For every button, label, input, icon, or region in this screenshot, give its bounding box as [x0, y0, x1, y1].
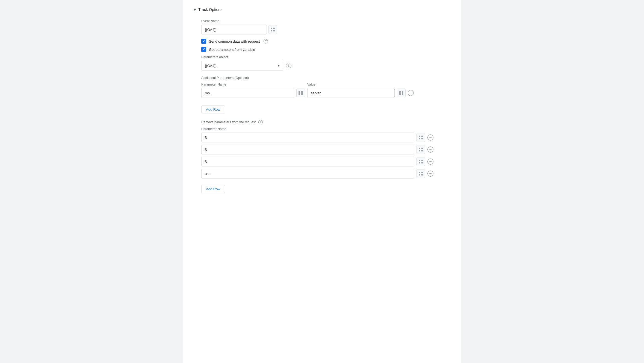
svg-rect-13	[421, 136, 423, 137]
svg-rect-17	[421, 148, 423, 149]
event-name-icon-button[interactable]	[268, 25, 277, 34]
svg-rect-0	[271, 28, 272, 29]
remove-param-icon-1[interactable]	[416, 145, 425, 154]
remove-param-remove-1[interactable]: −	[427, 147, 433, 153]
remove-param-row-0: −	[201, 133, 450, 142]
svg-rect-12	[419, 136, 420, 137]
remove-param-input-3[interactable]	[201, 169, 414, 178]
section-header: ▾ Track Options	[194, 7, 450, 13]
params-object-value: {{GA4}}	[205, 64, 217, 68]
svg-rect-15	[421, 138, 423, 139]
remove-param-remove-2[interactable]: −	[427, 159, 433, 165]
svg-rect-2	[271, 30, 272, 31]
remove-param-remove-0[interactable]: −	[427, 134, 433, 140]
additional-param-value-icon-0[interactable]	[397, 89, 406, 97]
event-name-input[interactable]	[201, 25, 267, 34]
remove-param-icon-3[interactable]	[416, 169, 425, 178]
collapse-icon[interactable]: ▾	[194, 7, 196, 13]
params-table-header: Parameter Name Value	[201, 83, 450, 86]
param-name-col-header: Parameter Name	[201, 83, 305, 86]
section-title: Track Options	[198, 7, 222, 12]
additional-param-name-icon-0[interactable]	[296, 89, 305, 97]
additional-param-remove-0[interactable]: −	[408, 90, 414, 96]
remove-param-icon-0[interactable]	[416, 133, 425, 142]
send-common-checkbox-row: ✓ Send common data with request ?	[201, 39, 450, 44]
event-name-row	[201, 25, 450, 34]
event-name-label: Event Name	[201, 19, 450, 23]
value-col-header: Value	[307, 83, 403, 86]
svg-rect-9	[402, 91, 403, 93]
remove-param-input-0[interactable]	[201, 133, 414, 142]
params-object-dropdown[interactable]: {{GA4}} ▾	[201, 61, 283, 71]
svg-rect-22	[419, 162, 420, 163]
svg-rect-3	[273, 30, 275, 31]
get-params-checkbox-row: ✓ Get parameters from variable	[201, 47, 450, 52]
svg-rect-10	[399, 93, 401, 95]
get-params-checkbox[interactable]: ✓	[201, 47, 206, 52]
main-panel: ▾ Track Options Event Name	[183, 0, 461, 363]
remove-params-section: Remove parameters from the request ? Par…	[201, 120, 450, 178]
additional-params-label: Additional Parameters (Optional)	[201, 76, 450, 80]
svg-rect-1	[273, 28, 275, 29]
remove-param-row-3: −	[201, 169, 450, 178]
svg-rect-26	[419, 174, 420, 175]
svg-rect-16	[419, 148, 420, 149]
svg-rect-20	[419, 160, 420, 161]
remove-params-label: Remove parameters from the request ?	[201, 120, 450, 124]
event-name-field: Event Name	[201, 19, 450, 34]
remove-params-text: Remove parameters from the request	[201, 120, 256, 124]
remove-param-row-2: −	[201, 157, 450, 166]
additional-params-section: Additional Parameters (Optional) Paramet…	[201, 76, 450, 98]
add-row-button-1[interactable]: Add Row	[201, 106, 225, 113]
check-icon-2: ✓	[202, 48, 205, 51]
svg-rect-27	[421, 174, 423, 175]
remove-param-input-2[interactable]	[201, 157, 414, 166]
params-object-section: Parameters object {{GA4}} ▾ i	[201, 55, 450, 71]
get-params-label: Get parameters from variable	[209, 48, 255, 52]
remove-param-name-col: Parameter Name	[201, 127, 450, 131]
svg-rect-21	[421, 160, 423, 161]
send-common-checkbox[interactable]: ✓	[201, 39, 206, 44]
send-common-help-icon[interactable]: ?	[264, 39, 268, 43]
remove-param-input-1[interactable]	[201, 145, 414, 154]
svg-rect-11	[402, 93, 403, 95]
svg-rect-19	[421, 150, 423, 151]
additional-param-row-0: −	[201, 88, 450, 98]
remove-param-remove-3[interactable]: −	[427, 171, 433, 177]
remove-param-icon-2[interactable]	[416, 157, 425, 166]
svg-rect-23	[421, 162, 423, 163]
dropdown-arrow-icon: ▾	[278, 63, 280, 68]
params-object-label: Parameters object	[201, 55, 450, 59]
additional-param-value-0[interactable]	[307, 88, 395, 98]
svg-rect-24	[419, 172, 420, 173]
add-row-button-2[interactable]: Add Row	[201, 185, 225, 193]
svg-rect-5	[301, 91, 303, 93]
svg-rect-14	[419, 138, 420, 139]
svg-rect-7	[301, 93, 303, 95]
additional-param-name-0[interactable]	[201, 88, 294, 98]
check-icon: ✓	[202, 40, 205, 43]
form-section: Event Name ✓	[201, 19, 450, 200]
page-container: ▾ Track Options Event Name	[0, 0, 644, 363]
params-object-row: {{GA4}} ▾ i	[201, 61, 450, 71]
remove-params-help-icon[interactable]: ?	[258, 120, 263, 124]
svg-rect-4	[299, 91, 300, 93]
svg-rect-6	[299, 93, 300, 95]
send-common-label: Send common data with request	[209, 39, 260, 43]
params-object-info-icon[interactable]: i	[286, 63, 291, 68]
remove-param-row-1: −	[201, 145, 450, 154]
svg-rect-8	[399, 91, 401, 93]
svg-rect-25	[421, 172, 423, 173]
svg-rect-18	[419, 150, 420, 151]
